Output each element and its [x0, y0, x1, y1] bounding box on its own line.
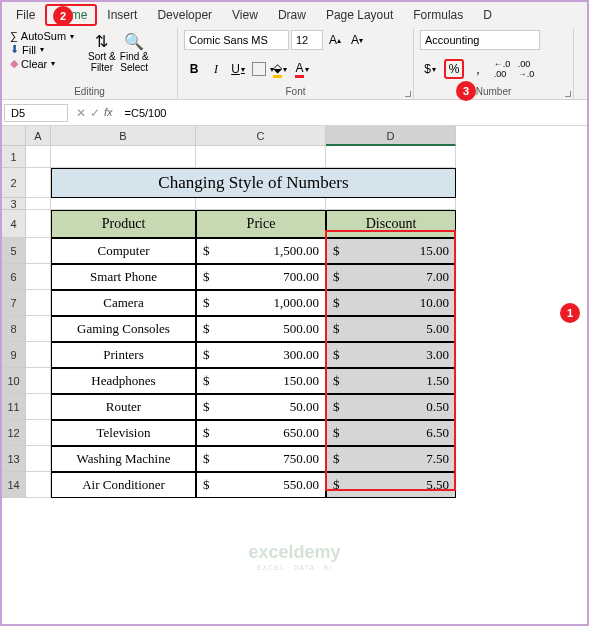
clear-button[interactable]: ◆ Clear ▾ — [8, 57, 88, 70]
product-cell[interactable]: Camera — [51, 290, 196, 316]
product-cell[interactable]: Gaming Consoles — [51, 316, 196, 342]
underline-button[interactable]: U▾ — [228, 59, 248, 79]
product-cell[interactable]: Air Conditioner — [51, 472, 196, 498]
discount-cell[interactable]: $15.00 — [326, 238, 456, 264]
decrease-font-button[interactable]: A▾ — [347, 30, 367, 50]
font-dialog-launcher[interactable] — [405, 91, 411, 97]
header-discount[interactable]: Discount — [326, 210, 456, 238]
cell[interactable] — [51, 146, 196, 168]
col-header-d[interactable]: D — [326, 126, 456, 146]
header-price[interactable]: Price — [196, 210, 326, 238]
row-header-8[interactable]: 8 — [2, 316, 26, 342]
accounting-format-button[interactable]: $▾ — [420, 59, 440, 79]
cell[interactable] — [326, 198, 456, 210]
number-dialog-launcher[interactable] — [565, 91, 571, 97]
price-cell[interactable]: $500.00 — [196, 316, 326, 342]
comma-format-button[interactable]: , — [468, 59, 488, 79]
discount-cell[interactable]: $3.00 — [326, 342, 456, 368]
price-cell[interactable]: $650.00 — [196, 420, 326, 446]
discount-cell[interactable]: $0.50 — [326, 394, 456, 420]
price-cell[interactable]: $550.00 — [196, 472, 326, 498]
cell[interactable] — [326, 146, 456, 168]
select-all-corner[interactable] — [2, 126, 26, 146]
row-header-14[interactable]: 14 — [2, 472, 26, 498]
discount-cell[interactable]: $6.50 — [326, 420, 456, 446]
bold-button[interactable]: B — [184, 59, 204, 79]
menu-draw[interactable]: Draw — [268, 4, 316, 26]
menu-developer[interactable]: Developer — [147, 4, 222, 26]
increase-decimal-button[interactable]: ←.0.00 — [492, 59, 512, 79]
product-cell[interactable]: Headphones — [51, 368, 196, 394]
price-cell[interactable]: $150.00 — [196, 368, 326, 394]
fx-icon[interactable]: fx — [104, 106, 113, 120]
cell[interactable] — [26, 368, 51, 394]
row-header-13[interactable]: 13 — [2, 446, 26, 472]
cell[interactable] — [26, 198, 51, 210]
increase-font-button[interactable]: A▴ — [325, 30, 345, 50]
col-header-c[interactable]: C — [196, 126, 326, 146]
cell[interactable] — [26, 264, 51, 290]
font-name-select[interactable] — [184, 30, 289, 50]
font-color-button[interactable]: A▾ — [292, 59, 312, 79]
product-cell[interactable]: Printers — [51, 342, 196, 368]
header-product[interactable]: Product — [51, 210, 196, 238]
price-cell[interactable]: $300.00 — [196, 342, 326, 368]
row-header-1[interactable]: 1 — [2, 146, 26, 168]
discount-cell[interactable]: $5.00 — [326, 316, 456, 342]
price-cell[interactable]: $700.00 — [196, 264, 326, 290]
discount-cell[interactable]: $1.50 — [326, 368, 456, 394]
cell[interactable] — [196, 198, 326, 210]
cell[interactable] — [26, 316, 51, 342]
discount-cell[interactable]: $7.00 — [326, 264, 456, 290]
row-header-12[interactable]: 12 — [2, 420, 26, 446]
cell-reference-input[interactable] — [4, 104, 68, 122]
title-cell[interactable]: Changing Style of Numbers — [51, 168, 456, 198]
cancel-formula-icon[interactable]: ✕ — [76, 106, 86, 120]
percent-format-button[interactable]: % — [444, 59, 464, 79]
discount-cell[interactable]: $5.50 — [326, 472, 456, 498]
price-cell[interactable]: $1,500.00 — [196, 238, 326, 264]
price-cell[interactable]: $50.00 — [196, 394, 326, 420]
menu-more[interactable]: D — [473, 4, 502, 26]
product-cell[interactable]: Router — [51, 394, 196, 420]
cell[interactable] — [26, 290, 51, 316]
row-header-6[interactable]: 6 — [2, 264, 26, 290]
menu-formulas[interactable]: Formulas — [403, 4, 473, 26]
discount-cell[interactable]: $7.50 — [326, 446, 456, 472]
row-header-2[interactable]: 2 — [2, 168, 26, 198]
cell[interactable] — [26, 420, 51, 446]
cell[interactable] — [26, 472, 51, 498]
discount-cell[interactable]: $10.00 — [326, 290, 456, 316]
cell[interactable] — [51, 198, 196, 210]
cell[interactable] — [196, 146, 326, 168]
row-header-9[interactable]: 9 — [2, 342, 26, 368]
row-header-3[interactable]: 3 — [2, 198, 26, 210]
decrease-decimal-button[interactable]: .00→.0 — [516, 59, 536, 79]
italic-button[interactable]: I — [206, 59, 226, 79]
cell[interactable] — [26, 342, 51, 368]
border-button[interactable]: ▾ — [252, 62, 266, 76]
product-cell[interactable]: Television — [51, 420, 196, 446]
find-select-button[interactable]: 🔍 Find & Select — [120, 32, 149, 73]
menu-insert[interactable]: Insert — [97, 4, 147, 26]
product-cell[interactable]: Washing Machine — [51, 446, 196, 472]
cell[interactable] — [26, 168, 51, 198]
price-cell[interactable]: $1,000.00 — [196, 290, 326, 316]
formula-input[interactable]: =C5/100 — [119, 105, 587, 121]
confirm-formula-icon[interactable]: ✓ — [90, 106, 100, 120]
font-size-select[interactable] — [291, 30, 323, 50]
fill-button[interactable]: ⬇ Fill ▾ — [8, 43, 88, 56]
menu-view[interactable]: View — [222, 4, 268, 26]
autosum-button[interactable]: ∑ AutoSum ▾ — [8, 30, 88, 42]
cell[interactable] — [26, 446, 51, 472]
cell[interactable] — [26, 238, 51, 264]
menu-page-layout[interactable]: Page Layout — [316, 4, 403, 26]
row-header-10[interactable]: 10 — [2, 368, 26, 394]
price-cell[interactable]: $750.00 — [196, 446, 326, 472]
cell[interactable] — [26, 210, 51, 238]
col-header-a[interactable]: A — [26, 126, 51, 146]
col-header-b[interactable]: B — [51, 126, 196, 146]
number-format-select[interactable] — [420, 30, 540, 50]
sort-filter-button[interactable]: ⇅ Sort & Filter — [88, 32, 116, 73]
cell[interactable] — [26, 146, 51, 168]
